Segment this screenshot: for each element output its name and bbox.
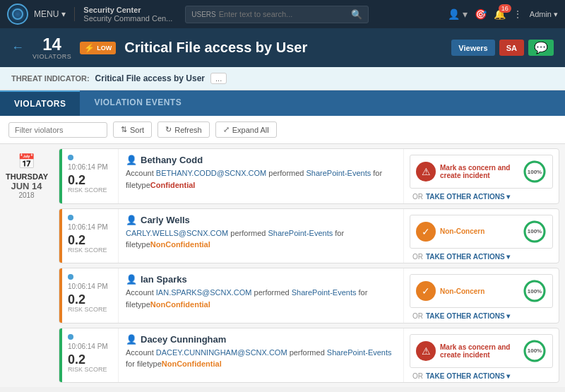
tab-violation-events[interactable]: VIOLATION EVENTS	[80, 90, 196, 116]
table-row: 10:06:14 PM 0.2 RISK SCORE 👤 Ian Sparks …	[59, 268, 559, 323]
violation-info: 👤 Carly Wells CARLY.WELLS@SCNX.COM perfo…	[119, 209, 403, 263]
status-dot	[68, 215, 73, 220]
violation-time: 10:06:14 PM	[68, 343, 108, 350]
violation-info: 👤 Ian Sparks Account IAN.SPARKS@SCNX.COM…	[119, 268, 403, 323]
status-dot	[68, 274, 73, 280]
search-icon[interactable]: 🔍	[351, 9, 362, 20]
refresh-button[interactable]: ↻ Refresh	[157, 121, 210, 138]
sa-button[interactable]: SA	[499, 40, 524, 56]
user-name: 👤 Dacey Cunningham	[126, 334, 396, 345]
violation-info: 👤 Bethany Codd Account BETHANY.CODD@SCNX…	[119, 149, 403, 203]
user-name: 👤 Bethany Codd	[126, 155, 396, 165]
event-link[interactable]: SharePoint-Events	[268, 229, 333, 237]
user-name: 👤 Carly Wells	[126, 215, 396, 225]
nav-divider	[74, 7, 75, 21]
calendar-icon: 📅	[6, 153, 47, 170]
breadcrumb: Security Center Security Command Cen...	[83, 6, 172, 23]
date-panel: 📅 THURSDAY JUN 14 2018	[0, 144, 53, 387]
table-row: 10:06:14 PM 0.2 RISK SCORE 👤 Dacey Cunni…	[59, 328, 559, 384]
violation-actions: ✓ Non-Concern 100% OR TAKE OTHER ACTIONS…	[403, 268, 559, 323]
toolbar: ⇅ Sort ↻ Refresh ⤢ Expand All	[0, 116, 565, 144]
profile-icon[interactable]: 👤 ▾	[448, 8, 468, 20]
event-link[interactable]: SharePoint-Events	[307, 169, 371, 177]
viewers-button[interactable]: Viewers	[451, 40, 494, 56]
risk-score: 0.2	[68, 353, 85, 366]
take-other-actions-button[interactable]: TAKE OTHER ACTIONS ▾	[426, 253, 510, 261]
percent-ring: 100%	[523, 220, 547, 244]
other-actions: OR TAKE OTHER ACTIONS ▾	[410, 371, 553, 381]
menu-button[interactable]: MENU ▾	[34, 9, 66, 19]
violation-actions: ⚠ Mark as concern and create incident 10…	[403, 328, 559, 383]
email-link[interactable]: DACEY.CUNNINGHAM@SCNX.COM	[156, 348, 287, 357]
filter-input[interactable]	[8, 122, 107, 138]
percent-ring: 100%	[523, 160, 547, 184]
search-input[interactable]	[219, 10, 352, 18]
refresh-icon: ↻	[165, 125, 172, 134]
violation-info: 👤 Dacey Cunningham Account DACEY.CUNNING…	[119, 328, 403, 383]
risk-score-label: RISK SCORE	[68, 247, 107, 254]
percent-value: 100%	[528, 228, 542, 234]
other-actions: OR TAKE OTHER ACTIONS ▾	[410, 251, 553, 262]
filetype-value: Confidential	[150, 181, 196, 189]
action-text: Mark as concern and create incident	[440, 164, 518, 179]
take-other-actions-button[interactable]: TAKE OTHER ACTIONS ▾	[426, 372, 510, 380]
action-avatar: ⚠	[416, 162, 436, 182]
event-link[interactable]: SharePoint-Events	[327, 348, 392, 357]
target-icon[interactable]: 🎯	[475, 8, 487, 20]
more-icon[interactable]: ⋮	[513, 8, 523, 20]
take-other-actions-button[interactable]: TAKE OTHER ACTIONS ▾	[426, 193, 510, 201]
content-area: 📅 THURSDAY JUN 14 2018 10:06:14 PM 0.2 R…	[0, 144, 565, 387]
other-actions: OR TAKE OTHER ACTIONS ▾	[410, 311, 553, 321]
users-label: USERS	[191, 11, 215, 18]
primary-action-button[interactable]: ✓ Non-Concern 100%	[410, 274, 553, 308]
email-link[interactable]: BETHANY.CODD@SCNX.COM	[156, 169, 266, 177]
threat-label: THREAT INDICATOR:	[11, 74, 90, 83]
violation-desc: Account IAN.SPARKS@SCNX.COM performed Sh…	[126, 287, 396, 310]
back-button[interactable]: ←	[11, 40, 24, 55]
primary-action-button[interactable]: ✓ Non-Concern 100%	[410, 215, 553, 249]
violation-time: 10:06:14 PM	[68, 283, 108, 290]
percent-value: 100%	[528, 288, 542, 295]
app-logo[interactable]	[7, 4, 28, 25]
admin-menu[interactable]: Admin ▾	[530, 10, 558, 19]
action-text: Non-Concern	[440, 287, 518, 295]
percent-value: 100%	[528, 348, 542, 354]
action-avatar: ⚠	[416, 341, 436, 361]
action-avatar: ✓	[416, 222, 436, 242]
sort-button[interactable]: ⇅ Sort	[113, 121, 152, 138]
action-avatar: ✓	[416, 281, 436, 301]
expand-all-button[interactable]: ⤢ Expand All	[215, 121, 277, 138]
violation-time: 10:06:14 PM	[68, 223, 108, 231]
threat-name: Critical File access by User	[95, 73, 205, 83]
page-title: Critical File access by User	[124, 40, 443, 56]
tabs: VIOLATORS VIOLATION EVENTS	[0, 90, 565, 116]
chat-button[interactable]: 💬	[528, 40, 554, 56]
search-area[interactable]: USERS 🔍	[185, 6, 369, 23]
risk-score: 0.2	[68, 293, 85, 306]
violation-time-score: 10:06:14 PM 0.2 RISK SCORE	[62, 209, 119, 263]
email-link[interactable]: CARLY.WELLS@SCNX.COM	[126, 229, 228, 237]
take-other-actions-button[interactable]: TAKE OTHER ACTIONS ▾	[426, 312, 510, 320]
sort-icon: ⇅	[121, 125, 127, 134]
email-link[interactable]: IAN.SPARKS@SCNX.COM	[156, 288, 252, 297]
severity-icon: ⚡	[84, 43, 95, 53]
table-row: 10:06:14 PM 0.2 RISK SCORE 👤 Carly Wells…	[59, 208, 559, 264]
violators-badge: 14 VIOLATORS	[32, 36, 71, 60]
tab-violators[interactable]: VIOLATORS	[0, 90, 80, 116]
primary-action-button[interactable]: ⚠ Mark as concern and create incident 10…	[410, 155, 553, 189]
other-actions: OR TAKE OTHER ACTIONS ▾	[410, 191, 553, 202]
action-text: Mark as concern and create incident	[440, 343, 518, 359]
filetype-value: NonConfidential	[150, 240, 210, 249]
primary-action-button[interactable]: ⚠ Mark as concern and create incident 10…	[410, 334, 553, 368]
date-day: THURSDAY	[6, 172, 47, 181]
user-icon: 👤	[126, 155, 137, 165]
action-text: Non-Concern	[440, 227, 518, 235]
percent-ring: 100%	[523, 279, 547, 303]
risk-score-label: RISK SCORE	[68, 366, 107, 373]
threat-more-button[interactable]: ...	[210, 73, 227, 84]
or-text: OR	[412, 193, 423, 201]
page-header: ← 14 VIOLATORS ⚡ LOW Critical File acces…	[0, 28, 565, 67]
violation-actions: ⚠ Mark as concern and create incident 10…	[403, 149, 559, 203]
bell-icon[interactable]: 🔔 16	[494, 8, 506, 20]
event-link[interactable]: SharePoint-Events	[292, 288, 357, 297]
